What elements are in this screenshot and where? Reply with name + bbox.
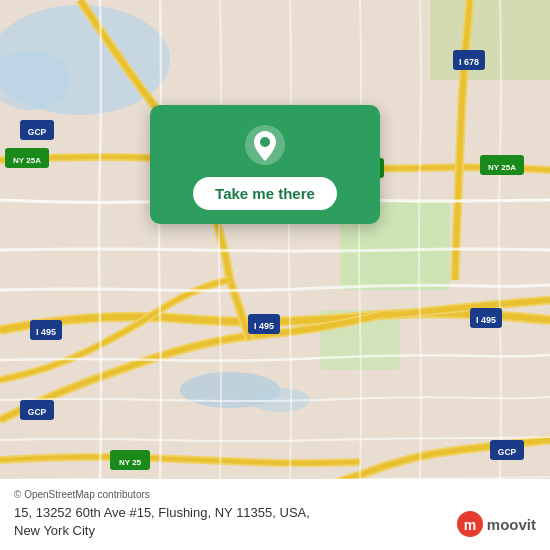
svg-text:GCP: GCP (28, 407, 47, 417)
moovit-icon: m (456, 510, 484, 538)
moovit-logo: m moovit (456, 510, 536, 538)
svg-text:GCP: GCP (498, 447, 517, 457)
attribution-text: © OpenStreetMap contributors (14, 489, 150, 500)
svg-text:I 495: I 495 (476, 315, 496, 325)
svg-text:I 495: I 495 (36, 327, 56, 337)
location-card: Take me there (150, 105, 380, 224)
svg-text:GCP: GCP (28, 127, 47, 137)
bottom-bar: © OpenStreetMap contributors 15, 13252 6… (0, 479, 550, 550)
moovit-text: moovit (487, 516, 536, 533)
svg-text:NY 25A: NY 25A (13, 156, 41, 165)
location-pin-icon (243, 123, 287, 167)
svg-rect-5 (430, 0, 550, 80)
svg-text:I 495: I 495 (254, 321, 274, 331)
svg-text:NY 25: NY 25 (119, 458, 142, 467)
address-line1: 15, 13252 60th Ave #15, Flushing, NY 113… (14, 504, 310, 522)
svg-point-33 (260, 137, 270, 147)
map-container: I 495 I 495 I 495 I 678 GCP GCP GCP NY 2… (0, 0, 550, 550)
svg-text:I 678: I 678 (459, 57, 479, 67)
address-line2: New York City (14, 522, 310, 540)
map-svg: I 495 I 495 I 495 I 678 GCP GCP GCP NY 2… (0, 0, 550, 550)
osm-attribution: © OpenStreetMap contributors (14, 489, 536, 500)
svg-text:m: m (464, 517, 476, 533)
take-me-there-button[interactable]: Take me there (193, 177, 337, 210)
svg-text:NY 25A: NY 25A (488, 163, 516, 172)
